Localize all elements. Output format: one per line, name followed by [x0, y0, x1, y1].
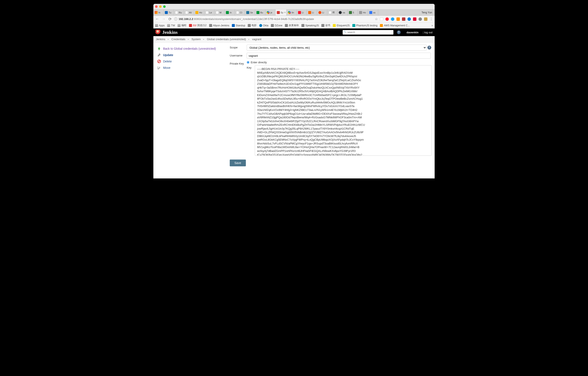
no-icon	[157, 59, 161, 63]
scope-help-icon[interactable]: ?	[427, 46, 431, 49]
browser-tab[interactable]: Li	[297, 9, 307, 15]
profile-name: Teng Yun	[421, 11, 432, 14]
ext-icon-1[interactable]	[380, 17, 383, 21]
ext-icon-9[interactable]	[424, 17, 427, 21]
browser-tab[interactable]: Ho	[194, 9, 204, 15]
browser-tab[interactable]: M	[214, 9, 225, 15]
window-close-icon[interactable]	[155, 5, 158, 8]
ext-icon-3[interactable]	[391, 17, 394, 21]
browser-tab[interactable]: lin	[287, 9, 297, 15]
search-input[interactable]	[343, 30, 393, 35]
bookmark-item[interactable]: PhantomJS testing	[352, 24, 378, 27]
bookmark-item[interactable]: Okta	[259, 24, 268, 27]
browser-tab[interactable]: Le	[204, 9, 214, 15]
browser-tab[interactable]: Li	[317, 9, 327, 15]
svg-line-1	[158, 60, 160, 62]
tab-label: Tu	[169, 11, 171, 14]
bookmark-label: TW	[171, 24, 175, 27]
back-button[interactable]: ←	[155, 17, 159, 21]
favicon-icon	[195, 11, 198, 14]
bookmarks-overflow-icon[interactable]: »	[431, 24, 433, 27]
bookmark-icon	[301, 24, 304, 27]
header-user-link[interactable]: davenkin	[407, 31, 419, 34]
browser-tab[interactable]: 5	[348, 9, 358, 15]
sidebar-item[interactable]: Update	[157, 52, 226, 58]
browser-tab[interactable]: Cl	[235, 9, 245, 15]
tab-label: va	[343, 11, 345, 14]
browser-tab[interactable]: AV	[184, 9, 194, 15]
favicon-icon	[155, 11, 158, 14]
bookmark-label: DZone	[275, 24, 282, 27]
bookmark-item[interactable]: EloquentJS	[333, 24, 350, 27]
browser-tab[interactable]: ss	[368, 9, 378, 15]
bookmark-item[interactable]: 电影	[248, 23, 257, 27]
window-zoom-icon[interactable]	[163, 5, 166, 8]
favicon-icon	[298, 11, 301, 14]
breadcrumb-link[interactable]: Global credentials (unrestricted)	[207, 38, 246, 41]
bookmark-star-icon[interactable]: ☆	[375, 17, 378, 21]
browser-menu-icon[interactable]: ⋮	[430, 17, 433, 21]
bookmark-item[interactable]: 编程	[178, 23, 187, 27]
ext-icon-angular[interactable]	[413, 17, 416, 21]
bookmark-item[interactable]: Standup	[232, 24, 245, 27]
sidebar-item[interactable]: Back to Global credentials (unrestricted…	[157, 45, 226, 52]
browser-tab[interactable]: In	[225, 9, 235, 15]
enter-directly-radio[interactable]	[247, 61, 250, 64]
bookmark-item[interactable]: 读书	[321, 23, 330, 27]
bookmark-label: 读书	[325, 23, 330, 27]
address-bar[interactable]: i 192.168.2.2:8080/credentials/store/sys…	[174, 17, 373, 21]
browser-profile[interactable]: Teng Yun	[419, 9, 435, 15]
bookmark-item[interactable]: SpeakingJS	[301, 24, 319, 27]
browser-tab[interactable]: Ho	[358, 9, 368, 15]
bookmark-item[interactable]: AWS Management C...	[380, 24, 410, 27]
bookmark-item[interactable]: TW	[167, 24, 175, 27]
bookmark-icon	[232, 24, 235, 27]
breadcrumb-link[interactable]: Credentials	[171, 38, 185, 41]
browser-tab[interactable]: Ru	[174, 9, 184, 15]
help-icon[interactable]: ?	[397, 30, 401, 34]
browser-tab[interactable]: Sy×	[275, 9, 287, 15]
favicon-icon	[216, 11, 219, 14]
save-button[interactable]: Save	[230, 160, 246, 166]
bookmark-item[interactable]: 炎黄春秋	[285, 23, 299, 27]
bookmark-icon	[248, 24, 251, 27]
scope-select[interactable]: Global (Jenkins, nodes, items, all child…	[247, 44, 427, 51]
favicon-icon	[267, 11, 270, 14]
tab-close-icon[interactable]: ×	[284, 11, 286, 14]
jenkins-logo[interactable]: Jenkins	[156, 30, 178, 35]
bookmark-item[interactable]: Aliyun-Jenkins	[209, 24, 229, 27]
ext-icon-4[interactable]	[397, 17, 400, 21]
sidebar-item[interactable]: Delete	[157, 58, 226, 65]
browser-tab[interactable]: Se	[245, 9, 255, 15]
tab-label: M	[220, 11, 221, 14]
key-textarea[interactable]: -----BEGIN RSA PRIVATE KEY----- MIIEpAIB…	[255, 65, 432, 156]
browser-tab[interactable]: Li	[307, 9, 317, 15]
breadcrumb-link[interactable]: System	[191, 38, 201, 41]
wrench-icon	[157, 53, 161, 57]
bookmark-item[interactable]: 212国道212	[189, 23, 207, 27]
browser-tab[interactable]: Tu	[164, 9, 174, 15]
breadcrumb-link[interactable]: Jenkins	[156, 38, 165, 41]
favicon-icon	[369, 11, 372, 14]
ext-icon-5[interactable]	[402, 17, 405, 21]
breadcrumb-link[interactable]: vagrant	[252, 38, 261, 41]
sidebar-item[interactable]: Move	[157, 65, 226, 71]
browser-tab[interactable]: 维	[327, 9, 337, 15]
forward-button[interactable]: →	[161, 17, 166, 21]
bookmark-icon	[189, 24, 192, 27]
sidebar-item-label: Back to Global credentials (unrestricted…	[163, 47, 216, 50]
browser-tab[interactable]: Bu	[255, 9, 265, 15]
username-input[interactable]	[247, 53, 431, 59]
reload-button[interactable]: ⟳	[168, 17, 172, 22]
ext-icon-opera[interactable]	[385, 17, 389, 21]
ext-icon-6[interactable]	[408, 17, 411, 21]
site-info-icon[interactable]: i	[174, 17, 177, 21]
browser-tab[interactable]: je	[265, 9, 275, 15]
bookmark-item[interactable]: Apps	[155, 24, 165, 27]
window-minimize-icon[interactable]	[159, 5, 162, 8]
ext-icon-8[interactable]	[419, 17, 422, 21]
logout-link[interactable]: log out	[423, 31, 432, 34]
browser-tab[interactable]: In	[153, 9, 164, 15]
browser-tab[interactable]: va	[337, 9, 348, 15]
bookmark-item[interactable]: DZone	[271, 24, 282, 27]
